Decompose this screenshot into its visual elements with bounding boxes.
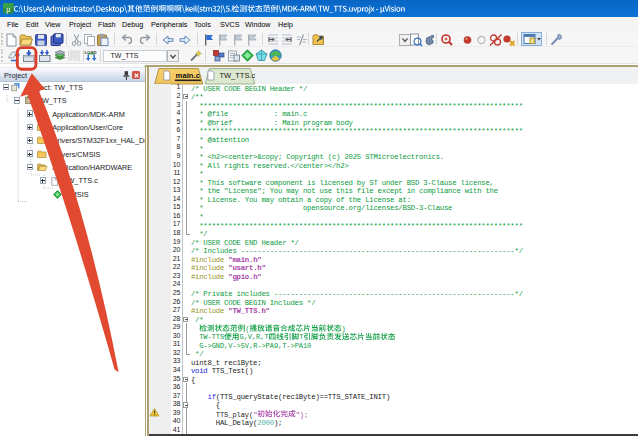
svg-text:µ: µ — [6, 5, 11, 14]
svg-text:TW_TTS.c: TW_TTS.c — [219, 70, 255, 79]
svg-text:main.c: main.c — [175, 70, 200, 79]
